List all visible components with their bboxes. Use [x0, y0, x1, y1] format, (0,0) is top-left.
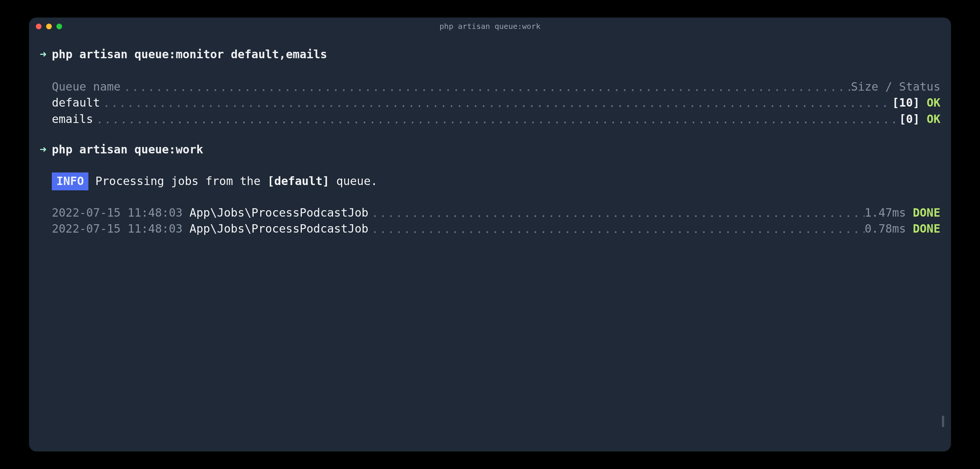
prompt-arrow-icon: ➜	[40, 142, 46, 158]
prompt-arrow-icon: ➜	[40, 46, 46, 63]
queue-status-label: OK	[927, 112, 940, 126]
zoom-icon[interactable]	[56, 24, 62, 29]
filler-dots	[368, 221, 865, 238]
info-line: INFO Processing jobs from the [default] …	[40, 172, 940, 190]
terminal-body[interactable]: ➜ php artisan queue:monitor default,emai…	[29, 35, 951, 451]
queue-header-row: Queue name Size / Status	[40, 79, 940, 95]
filler-dots	[100, 95, 892, 112]
terminal-window: php artisan queue:work ➜ php artisan que…	[29, 18, 951, 451]
queue-header-right: Size / Status	[851, 79, 940, 95]
filler-dots	[93, 112, 899, 128]
queue-name: default	[52, 95, 100, 111]
window-title: php artisan queue:work	[29, 22, 951, 31]
command-text: php artisan queue:monitor default,emails	[52, 46, 327, 63]
job-timestamp: 2022-07-15 11:48:03	[52, 222, 183, 235]
queue-size: [10]	[892, 96, 920, 109]
prompt-line: ➜ php artisan queue:monitor default,emai…	[40, 46, 940, 63]
job-timestamp: 2022-07-15 11:48:03	[52, 206, 183, 219]
job-row: 2022-07-15 11:48:03 App\Jobs\ProcessPodc…	[40, 205, 940, 221]
job-status: DONE	[913, 222, 940, 235]
queue-status: [0] OK	[899, 111, 940, 128]
job-right: 0.78ms DONE	[865, 221, 940, 237]
queue-row: emails [0] OK	[40, 111, 940, 128]
titlebar: php artisan queue:work	[29, 18, 951, 35]
job-left: 2022-07-15 11:48:03 App\Jobs\ProcessPodc…	[52, 205, 368, 221]
job-right: 1.47ms DONE	[865, 205, 940, 221]
info-text-before: Processing jobs from the	[95, 173, 267, 190]
queue-row: default [10] OK	[40, 95, 940, 111]
minimize-icon[interactable]	[46, 24, 52, 29]
queue-status-label: OK	[927, 96, 940, 109]
job-left: 2022-07-15 11:48:03 App\Jobs\ProcessPodc…	[52, 221, 368, 237]
command-text: php artisan queue:work	[52, 142, 203, 158]
job-status: DONE	[913, 206, 940, 219]
queue-status: [10] OK	[892, 95, 940, 111]
queue-size: [0]	[899, 112, 920, 126]
info-queue-name: [default]	[267, 173, 330, 190]
queue-name: emails	[52, 111, 93, 128]
job-duration: 1.47ms	[865, 206, 906, 219]
window-controls	[36, 24, 62, 29]
close-icon[interactable]	[36, 24, 42, 29]
info-text-after: queue.	[329, 173, 377, 190]
filler-dots	[368, 205, 865, 222]
job-name: App\Jobs\ProcessPodcastJob	[189, 222, 368, 235]
queue-header-left: Queue name	[52, 79, 121, 95]
filler-dots	[121, 79, 851, 96]
job-name: App\Jobs\ProcessPodcastJob	[189, 206, 368, 219]
job-row: 2022-07-15 11:48:03 App\Jobs\ProcessPodc…	[40, 221, 940, 237]
cursor-icon	[942, 416, 944, 427]
prompt-line: ➜ php artisan queue:work	[40, 142, 940, 158]
info-badge: INFO	[52, 172, 88, 190]
job-duration: 0.78ms	[865, 222, 906, 235]
